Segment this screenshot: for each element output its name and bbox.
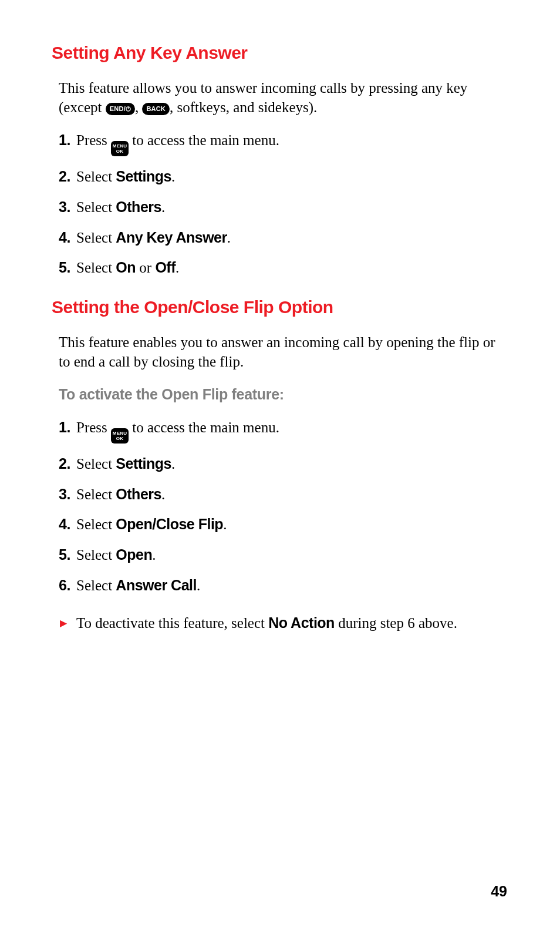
heading-any-key-answer: Setting Any Key Answer [52,41,501,65]
step-item: 2. Select Settings. [59,167,501,187]
step-item: 3. Select Others. [59,197,501,217]
deactivate-note: ▶ To deactivate this feature, select No … [52,613,501,633]
menu-path: Settings [116,455,171,472]
text: . [171,169,175,184]
key-label: MENU [113,431,127,436]
text: . [161,199,165,215]
step-item: 4. Select Open/Close Flip. [59,515,501,535]
text: Select [76,456,116,472]
text: Press [76,419,111,435]
text: . [227,230,231,246]
step-item: 5. Select On or Off. [59,258,501,278]
step-number: 6. [59,576,70,596]
step-item: 1. Press MENUOK to access the main menu. [59,418,501,444]
intro-open-close: This feature enables you to answer an in… [52,332,501,372]
step-item: 1. Press MENUOK to access the main menu. [59,130,501,156]
intro-any-key: This feature allows you to answer incomi… [52,78,501,118]
text: Select [76,169,116,184]
text: Select [76,260,116,276]
step-number: 4. [59,515,70,535]
option: Off [155,259,176,276]
menu-path: Others [116,486,161,502]
text: . [171,456,175,472]
step-number: 1. [59,418,70,438]
text: . [152,547,156,563]
heading-open-close-flip: Setting the Open/Close Flip Option [52,295,501,320]
key-label: MENU [113,143,127,149]
text: or [136,260,155,276]
back-key-icon: BACK [142,103,170,115]
menu-path: Any Key Answer [116,229,227,246]
text: Select [76,199,116,215]
triangle-bullet-icon: ▶ [60,617,67,630]
step-item: 5. Select Open. [59,545,501,565]
text: To deactivate this feature, select [76,615,268,631]
menu-path: Settings [116,168,171,184]
menu-path: Others [116,199,161,215]
page-number: 49 [491,882,507,902]
text: Select [76,230,116,246]
menu-ok-key-icon: MENUOK [111,141,129,156]
text: , [135,99,143,115]
step-number: 1. [59,130,70,150]
steps-any-key: 1. Press MENUOK to access the main menu.… [52,130,501,278]
text: during step 6 above. [335,615,457,631]
sub-heading-activate: To activate the Open Flip feature: [52,385,501,405]
text: Select [76,516,116,532]
text: to access the main menu. [129,419,279,435]
key-label: END/ [110,105,126,112]
steps-open-close: 1. Press MENUOK to access the main menu.… [52,418,501,596]
option: No Action [268,614,335,631]
step-number: 5. [59,545,70,565]
step-number: 3. [59,485,70,505]
step-number: 4. [59,228,70,248]
key-label: OK [116,436,123,441]
option: Answer Call [116,577,197,593]
option: Open [116,546,152,563]
text: Select [76,486,116,502]
section-open-close-flip: Setting the Open/Close Flip Option This … [52,295,501,633]
manual-page: Setting Any Key Answer This feature allo… [0,0,560,633]
text: Select [76,577,116,593]
option: On [116,259,136,276]
text: Press [76,132,111,148]
step-item: 6. Select Answer Call. [59,576,501,596]
step-number: 2. [59,454,70,474]
text: Select [76,547,116,563]
key-label: OK [116,149,123,154]
text: . [223,516,227,532]
step-number: 2. [59,167,70,187]
text: . [197,577,200,593]
step-number: 5. [59,258,70,278]
step-item: 2. Select Settings. [59,454,501,474]
text: . [176,260,179,276]
step-number: 3. [59,197,70,217]
end-key-icon: END/ [106,103,135,115]
text: , softkeys, and sidekeys). [170,99,317,115]
step-item: 4. Select Any Key Answer. [59,228,501,248]
menu-path: Open/Close Flip [116,516,223,532]
text: . [161,486,165,502]
menu-ok-key-icon: MENUOK [111,428,129,444]
text: to access the main menu. [129,132,279,148]
step-item: 3. Select Others. [59,485,501,505]
